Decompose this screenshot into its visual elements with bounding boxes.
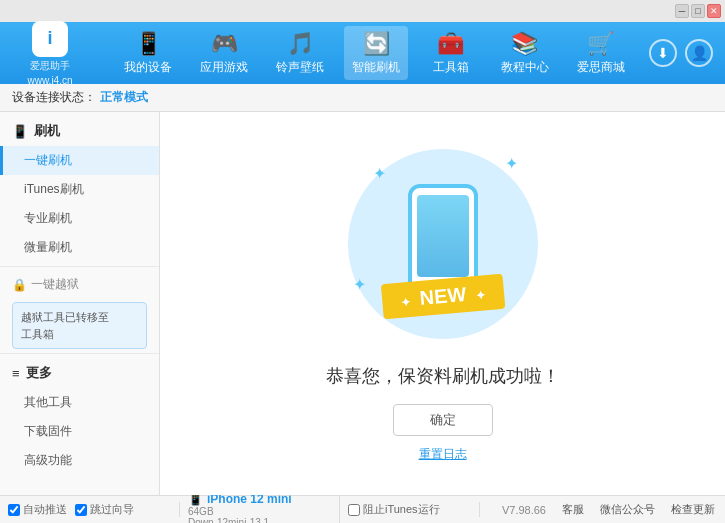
sidebar-jailbreak-header: 🔒 一键越狱 [0,271,159,298]
nav-my-device-label: 我的设备 [124,59,172,76]
rebuild-link[interactable]: 重置日志 [419,446,467,463]
apps-games-icon: 🎮 [211,31,238,57]
sidebar: 📱 刷机 一键刷机 iTunes刷机 专业刷机 微量刷机 🔒 一键越狱 越狱工具… [0,112,160,495]
confirm-button[interactable]: 确定 [393,404,493,436]
close-btn[interactable]: ✕ [707,4,721,18]
itunes-stop-label: 阻止iTunes运行 [363,502,440,517]
more-section-label: 更多 [26,364,52,382]
itunes-stop-checkbox[interactable]: 阻止iTunes运行 [348,502,440,517]
sparkle-tr: ✦ [505,154,518,173]
sidebar-item-pro-flash[interactable]: 专业刷机 [0,204,159,233]
sidebar-item-itunes-flash[interactable]: iTunes刷机 [0,175,159,204]
sidebar-item-data-flash[interactable]: 微量刷机 [0,233,159,262]
ringtone-icon: 🎵 [287,31,314,57]
flash-section-icon: 📱 [12,124,28,139]
main-layout: 📱 刷机 一键刷机 iTunes刷机 专业刷机 微量刷机 🔒 一键越狱 越狱工具… [0,112,725,495]
nav-tutorial[interactable]: 📚 教程中心 [493,26,557,80]
phone-screen [417,195,469,277]
bottom-left-section: 自动推送 跳过向导 [0,502,180,517]
nav-ringtone-label: 铃声壁纸 [276,59,324,76]
logo-website: www.i4.cn [27,75,72,86]
update-link[interactable]: 检查更新 [671,502,715,517]
sparkle-tl: ✦ [373,164,386,183]
auto-push-checkbox[interactable]: 自动推送 [8,502,67,517]
lock-icon: 🔒 [12,278,27,292]
bottom-right-section: V7.98.66 客服 微信公众号 检查更新 [480,502,725,517]
sidebar-item-advanced[interactable]: 高级功能 [0,446,159,475]
nav-toolbox[interactable]: 🧰 工具箱 [421,26,481,80]
nav-ringtone-wallpaper[interactable]: 🎵 铃声壁纸 [268,26,332,80]
sidebar-divider-2 [0,353,159,354]
skip-wizard-input[interactable] [75,504,87,516]
nav-shop[interactable]: 🛒 爱思商城 [569,26,633,80]
device-storage: 64GB [188,506,331,517]
sidebar-divider-1 [0,266,159,267]
flash-section-label: 刷机 [34,122,60,140]
header-right: ⬇ 👤 [649,39,725,67]
shop-icon: 🛒 [587,31,614,57]
my-device-icon: 📱 [135,31,162,57]
status-label: 设备连接状态： [12,89,96,106]
download-btn[interactable]: ⬇ [649,39,677,67]
one-key-flash-label: 一键刷机 [24,153,72,167]
data-flash-label: 微量刷机 [24,240,72,254]
status-bar: 设备连接状态： 正常模式 [0,84,725,112]
other-tools-label: 其他工具 [24,395,72,409]
sidebar-item-other-tools[interactable]: 其他工具 [0,388,159,417]
nav-my-device[interactable]: 📱 我的设备 [116,26,180,80]
wechat-link[interactable]: 微信公众号 [600,502,655,517]
header: i 爱思助手 www.i4.cn 📱 我的设备 🎮 应用游戏 🎵 铃声壁纸 🔄 … [0,22,725,84]
nav-apps-games-label: 应用游戏 [200,59,248,76]
nav-smart-flash[interactable]: 🔄 智能刷机 [344,26,408,80]
minimize-btn[interactable]: ─ [675,4,689,18]
sidebar-more-header: ≡ 更多 [0,358,159,388]
pro-flash-label: 专业刷机 [24,211,72,225]
jailbreak-label: 一键越狱 [31,276,79,293]
toolbox-icon: 🧰 [437,31,464,57]
logo-icon: i [32,21,68,57]
nav-smart-flash-label: 智能刷机 [352,59,400,76]
nav-toolbox-label: 工具箱 [433,59,469,76]
sidebar-item-one-key-flash[interactable]: 一键刷机 [0,146,159,175]
device-info: 📱 iPhone 12 mini 64GB Down-12mini-13,1 [180,492,340,524]
nav-tutorial-label: 教程中心 [501,59,549,76]
user-btn[interactable]: 👤 [685,39,713,67]
sidebar-item-download-firmware[interactable]: 下载固件 [0,417,159,446]
phone-illustration: ✦ ✦ ✦ NEW [343,144,543,344]
maximize-btn[interactable]: □ [691,4,705,18]
content-area: ✦ ✦ ✦ NEW 恭喜您，保资料刷机成功啦！ 确定 重置日志 [160,112,725,495]
tutorial-icon: 📚 [511,31,538,57]
auto-push-input[interactable] [8,504,20,516]
status-value: 正常模式 [100,89,148,106]
skip-wizard-checkbox[interactable]: 跳过向导 [75,502,134,517]
itunes-stop-input[interactable] [348,504,360,516]
auto-push-label: 自动推送 [23,502,67,517]
more-section-icon: ≡ [12,366,20,381]
smart-flash-icon: 🔄 [363,31,390,57]
skip-wizard-label: 跳过向导 [90,502,134,517]
title-bar: ─ □ ✕ [0,0,725,22]
logo-area: i 爱思助手 www.i4.cn [0,21,100,86]
itunes-flash-label: iTunes刷机 [24,182,84,196]
support-link[interactable]: 客服 [562,502,584,517]
sparkle-bl: ✦ [353,275,366,294]
nav-apps-games[interactable]: 🎮 应用游戏 [192,26,256,80]
nav-bar: 📱 我的设备 🎮 应用游戏 🎵 铃声壁纸 🔄 智能刷机 🧰 工具箱 📚 教程中心… [100,22,649,84]
logo-brand: 爱思助手 [30,59,70,73]
version-text: V7.98.66 [502,504,546,516]
advanced-label: 高级功能 [24,453,72,467]
bottom-bar: 自动推送 跳过向导 📱 iPhone 12 mini 64GB Down-12m… [0,495,725,523]
jailbreak-notice: 越狱工具已转移至 工具箱 [12,302,147,349]
sidebar-flash-header: 📱 刷机 [0,116,159,146]
device-model: Down-12mini-13,1 [188,517,331,524]
download-firmware-label: 下载固件 [24,424,72,438]
success-text: 恭喜您，保资料刷机成功啦！ [326,364,560,388]
nav-shop-label: 爱思商城 [577,59,625,76]
